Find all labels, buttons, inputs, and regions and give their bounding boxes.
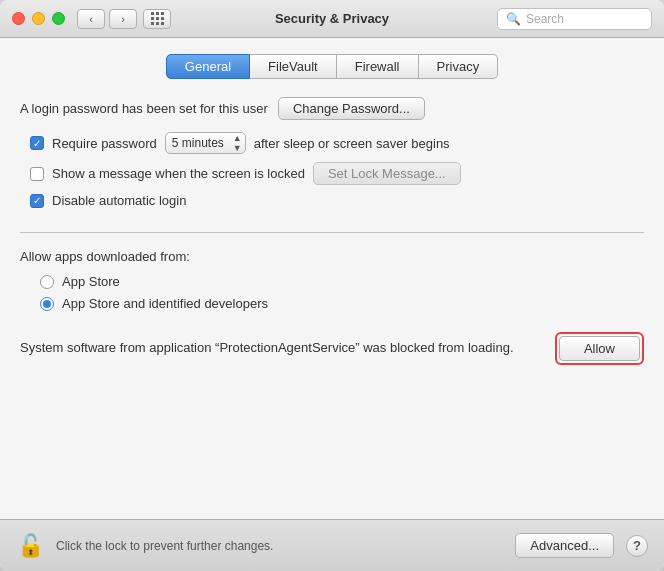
require-password-after-label: after sleep or screen saver begins xyxy=(254,136,450,151)
bottom-bar: 🔓 Click the lock to prevent further chan… xyxy=(0,519,664,571)
maximize-button[interactable] xyxy=(52,12,65,25)
back-button[interactable]: ‹ xyxy=(77,9,105,29)
tab-firewall[interactable]: Firewall xyxy=(337,54,419,79)
show-message-label: Show a message when the screen is locked xyxy=(52,166,305,181)
tabs: General FileVault Firewall Privacy xyxy=(20,54,644,79)
allow-button-wrapper: Allow xyxy=(555,332,644,365)
radio-app-store[interactable]: App Store xyxy=(40,274,644,289)
forward-button[interactable]: › xyxy=(109,9,137,29)
divider xyxy=(20,232,644,233)
lock-icon[interactable]: 🔓 xyxy=(16,530,44,562)
titlebar: ‹ › Security & Privacy 🔍 Search xyxy=(0,0,664,38)
radio-app-store-identified-label: App Store and identified developers xyxy=(62,296,268,311)
window: ‹ › Security & Privacy 🔍 Search General … xyxy=(0,0,664,571)
radio-app-store-button[interactable] xyxy=(40,275,54,289)
password-timing-dropdown-container: 5 minutes ▲▼ xyxy=(165,132,246,154)
protection-row: System software from application “Protec… xyxy=(20,332,644,365)
require-password-checkbox[interactable]: ✓ xyxy=(30,136,44,150)
advanced-button[interactable]: Advanced... xyxy=(515,533,614,558)
grid-button[interactable] xyxy=(143,9,171,29)
search-bar[interactable]: 🔍 Search xyxy=(497,8,652,30)
protection-text: System software from application “Protec… xyxy=(20,339,539,357)
allow-button[interactable]: Allow xyxy=(559,336,640,361)
show-message-checkbox[interactable] xyxy=(30,167,44,181)
radio-app-store-label: App Store xyxy=(62,274,120,289)
traffic-lights xyxy=(12,12,65,25)
disable-autologin-row: ✓ Disable automatic login xyxy=(30,193,644,208)
close-button[interactable] xyxy=(12,12,25,25)
tab-privacy[interactable]: Privacy xyxy=(419,54,499,79)
radio-app-store-identified-button[interactable] xyxy=(40,297,54,311)
tab-filevault[interactable]: FileVault xyxy=(250,54,337,79)
password-label: A login password has been set for this u… xyxy=(20,101,268,116)
grid-icon xyxy=(151,12,164,25)
minimize-button[interactable] xyxy=(32,12,45,25)
disable-autologin-checkbox[interactable]: ✓ xyxy=(30,194,44,208)
allow-apps-label: Allow apps downloaded from: xyxy=(20,249,644,264)
nav-buttons: ‹ › xyxy=(77,9,137,29)
disable-autologin-label: Disable automatic login xyxy=(52,193,186,208)
tab-general[interactable]: General xyxy=(166,54,250,79)
help-button[interactable]: ? xyxy=(626,535,648,557)
require-password-row: ✓ Require password 5 minutes ▲▼ after sl… xyxy=(30,132,644,154)
password-row: A login password has been set for this u… xyxy=(20,97,644,120)
change-password-button[interactable]: Change Password... xyxy=(278,97,425,120)
password-timing-dropdown[interactable]: 5 minutes xyxy=(165,132,246,154)
set-lock-message-button[interactable]: Set Lock Message... xyxy=(313,162,461,185)
lock-label: Click the lock to prevent further change… xyxy=(56,539,503,553)
show-message-row: Show a message when the screen is locked… xyxy=(30,162,644,185)
content: General FileVault Firewall Privacy A log… xyxy=(0,38,664,519)
window-title: Security & Privacy xyxy=(275,11,389,26)
require-password-label: Require password xyxy=(52,136,157,151)
search-placeholder: Search xyxy=(526,12,564,26)
search-icon: 🔍 xyxy=(506,12,521,26)
radio-app-store-identified[interactable]: App Store and identified developers xyxy=(40,296,644,311)
main-panel: A login password has been set for this u… xyxy=(20,97,644,519)
